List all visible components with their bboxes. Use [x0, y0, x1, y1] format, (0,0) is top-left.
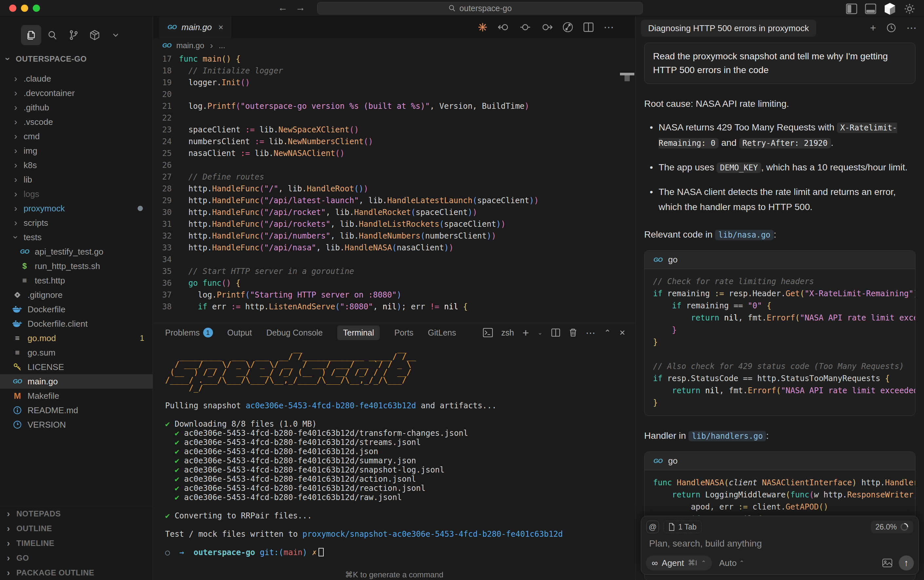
- code-line-28[interactable]: 28 http.HandleFunc("/", lib.HandleRoot()…: [153, 183, 635, 194]
- tree-item-go-mod[interactable]: ≡go.mod1: [0, 331, 153, 345]
- close-tab-icon[interactable]: ×: [219, 22, 224, 33]
- tree-item-proxymock[interactable]: ›proxymock: [0, 201, 153, 216]
- mention-context-button[interactable]: @: [646, 521, 659, 533]
- code-line-36[interactable]: 36 go func() {: [153, 277, 635, 289]
- extension-cube-icon[interactable]: [884, 3, 896, 15]
- code-line-34[interactable]: 34: [153, 254, 635, 265]
- code-block-nasa-go[interactable]: GO go // Check for rate limiting headers…: [644, 250, 916, 416]
- tree-item-k8s[interactable]: ›k8s: [0, 158, 153, 172]
- maximize-panel-icon[interactable]: ⌃: [604, 328, 611, 338]
- explorer-copy-icon[interactable]: [21, 25, 41, 45]
- minimize-window-button[interactable]: [21, 5, 28, 12]
- panel-toggle-icon[interactable]: [865, 3, 876, 14]
- tree-item-scripts[interactable]: ›scripts: [0, 216, 153, 230]
- panel-tab-ports[interactable]: Ports: [394, 328, 413, 338]
- tree-item-logs[interactable]: ›logs: [0, 187, 153, 201]
- tab-main-go[interactable]: GO main.go ×: [159, 16, 231, 38]
- chat-more-icon[interactable]: ⋯: [906, 21, 917, 34]
- chat-input-placeholder[interactable]: Plan, search, build anything: [649, 539, 762, 549]
- sidebar-section-outline[interactable]: ›OUTLINE: [0, 521, 153, 536]
- call-graph-icon[interactable]: [562, 21, 573, 33]
- tree-item-go-sum[interactable]: ≡go.sum: [0, 345, 153, 360]
- panel-tab-gitlens[interactable]: GitLens: [428, 328, 456, 338]
- code-line-30[interactable]: 30 http.HandleFunc("/api/rocket", lib.Ha…: [153, 206, 635, 218]
- code-line-31[interactable]: 31 http.HandleFunc("/api/rockets", lib.H…: [153, 218, 635, 230]
- code-line-27[interactable]: 27 // Define routes: [153, 171, 635, 183]
- chat-input-box[interactable]: @ 1 Tab 26.0% Plan, search, build anythi…: [641, 516, 919, 575]
- tree-item-test-http[interactable]: ≡test.http: [0, 273, 153, 288]
- scroll-position-marker[interactable]: [620, 73, 634, 75]
- command-center-search[interactable]: outerspace-go: [317, 2, 643, 15]
- sidebar-section-notepads[interactable]: ›NOTEPADS: [0, 506, 153, 521]
- settings-gear-icon[interactable]: [904, 3, 916, 15]
- panel-tab-terminal[interactable]: Terminal: [337, 325, 380, 340]
- split-terminal-icon[interactable]: [551, 328, 560, 337]
- chat-history-icon[interactable]: [886, 23, 896, 33]
- attach-image-icon[interactable]: [883, 559, 892, 567]
- panel-tab-debug-console[interactable]: Debug Console: [267, 328, 323, 338]
- project-root-header[interactable]: › OUTERSPACE-GO: [5, 54, 87, 64]
- tree-item-lib[interactable]: ›lib: [0, 172, 153, 187]
- tree-item--github[interactable]: ›.github: [0, 100, 153, 115]
- tree-item--gitignore[interactable]: .gitignore: [0, 288, 153, 302]
- code-line-25[interactable]: 25 nasaClient := lib.NewNASAClient(): [153, 147, 635, 159]
- tree-item-readme-md[interactable]: README.md: [0, 403, 153, 417]
- code-line-26[interactable]: 26: [153, 159, 635, 171]
- tree-item-dockerfile-client[interactable]: Dockerfile.client: [0, 316, 153, 331]
- code-line-21[interactable]: 21 log.Printf("outerspace-go version %s …: [153, 100, 635, 112]
- sidebar-section-go[interactable]: ›GO: [0, 550, 153, 565]
- tab-context-chip[interactable]: 1 Tab: [664, 521, 702, 533]
- step-forward-icon[interactable]: [541, 22, 552, 32]
- tree-item-cmd[interactable]: ›cmd: [0, 129, 153, 143]
- terminal-dropdown-icon[interactable]: ⌄: [537, 329, 542, 336]
- code-line-33[interactable]: 33 http.HandleFunc("/api/nasa", lib.Hand…: [153, 242, 635, 254]
- git-branch-icon[interactable]: [64, 25, 84, 45]
- package-cube-icon[interactable]: [84, 25, 105, 45]
- tree-item-main-go[interactable]: GOmain.go: [0, 374, 153, 389]
- maximize-window-button[interactable]: [33, 5, 40, 12]
- chat-thread-title[interactable]: Diagnosing HTTP 500 errors in proxymock: [641, 20, 816, 37]
- code-line-20[interactable]: 20: [153, 89, 635, 100]
- tree-item-version[interactable]: VERSION: [0, 417, 153, 432]
- ai-spark-icon[interactable]: [477, 21, 488, 33]
- new-terminal-icon[interactable]: +: [523, 326, 529, 339]
- shell-label[interactable]: zsh: [501, 328, 514, 338]
- breadcrumb-file[interactable]: main.go: [176, 41, 204, 50]
- tree-item-api-testify-test-go[interactable]: GOapi_testify_test.go: [0, 244, 153, 259]
- tree-item--claude[interactable]: ›.claude: [0, 71, 153, 86]
- new-chat-icon[interactable]: +: [870, 22, 876, 34]
- code-line-38[interactable]: 38 if err := http.ListenAndServe(":8080"…: [153, 301, 635, 313]
- code-line-17[interactable]: 17func main() {: [153, 53, 635, 65]
- tree-item--devcontainer[interactable]: ›.devcontainer: [0, 86, 153, 100]
- code-line-23[interactable]: 23 spaceClient := lib.NewSpaceXClient(): [153, 124, 635, 136]
- code-line-22[interactable]: 22: [153, 112, 635, 124]
- breadcrumb[interactable]: GO main.go › ...: [161, 38, 225, 53]
- code-line-32[interactable]: 32 http.HandleFunc("/api/numbers", lib.H…: [153, 230, 635, 242]
- close-panel-icon[interactable]: ×: [619, 327, 625, 338]
- tree-item-tests[interactable]: ›tests: [0, 230, 153, 244]
- code-line-37[interactable]: 37 log.Printf("Starting HTTP server on :…: [153, 289, 635, 301]
- model-selector[interactable]: Auto ⌃: [719, 558, 744, 568]
- panel-tab-output[interactable]: Output: [227, 328, 252, 338]
- kill-terminal-trash-icon[interactable]: [569, 328, 577, 337]
- code-line-29[interactable]: 29 http.HandleFunc("/api/latest-launch",…: [153, 194, 635, 206]
- tree-item-makefile[interactable]: MMakefile: [0, 389, 153, 403]
- tree-item-license[interactable]: LICENSE: [0, 360, 153, 374]
- window-controls[interactable]: [9, 5, 40, 12]
- code-line-35[interactable]: 35 // Start HTTP server in a goroutine: [153, 265, 635, 277]
- context-usage-chip[interactable]: 26.0%: [871, 521, 913, 533]
- breadcrumb-symbol[interactable]: ...: [219, 41, 225, 50]
- terminal-more-icon[interactable]: ⋯: [586, 327, 596, 338]
- code-editor[interactable]: 17func main() {18 // Initialize logger19…: [153, 53, 635, 313]
- terminal-output[interactable]: __ __ _________ ___ ___ __/ /___________…: [165, 345, 628, 567]
- close-window-button[interactable]: [9, 5, 16, 12]
- agent-mode-selector[interactable]: ∞ Agent ⌘I ⌃: [646, 555, 712, 570]
- run-circle-icon[interactable]: [520, 22, 531, 32]
- tree-item-img[interactable]: ›img: [0, 143, 153, 158]
- more-actions-icon[interactable]: ⋯: [604, 21, 614, 33]
- search-icon[interactable]: [42, 25, 63, 45]
- send-button[interactable]: ↑: [899, 555, 914, 570]
- tree-item-run-http-tests-sh[interactable]: $run_http_tests.sh: [0, 259, 153, 273]
- sidebar-section-timeline[interactable]: ›TIMELINE: [0, 536, 153, 550]
- code-line-18[interactable]: 18 // Initialize logger: [153, 65, 635, 77]
